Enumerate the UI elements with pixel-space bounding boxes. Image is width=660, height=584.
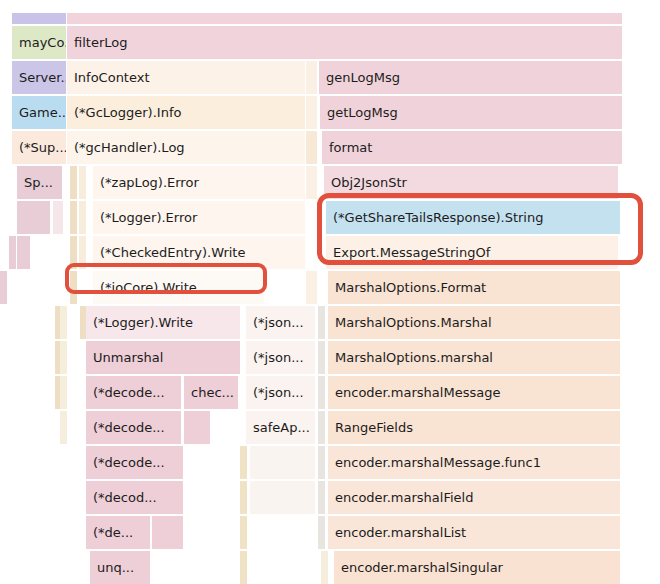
- flame-frame-sliver[interactable]: [318, 306, 325, 339]
- flame-frame-sliver[interactable]: [306, 166, 317, 199]
- flame-frame-sliver[interactable]: [306, 61, 317, 94]
- flame-cell-export-messagestringof[interactable]: Export.MessageStringOf: [326, 236, 618, 269]
- flame-cell-json[interactable]: (*json...: [246, 306, 315, 339]
- flame-frame-sliver[interactable]: [321, 551, 328, 584]
- flame-frame-sliver[interactable]: [60, 341, 67, 374]
- flame-cell-mayco[interactable]: mayCo...: [12, 26, 66, 59]
- flame-frame-sliver[interactable]: [318, 481, 325, 514]
- flame-cell-logger-write[interactable]: (*Logger).Write: [86, 306, 240, 339]
- flame-frame-sliver[interactable]: [240, 481, 247, 514]
- flame-frame-sliver[interactable]: [318, 376, 325, 409]
- flame-cell-unmarshal[interactable]: Unmarshal: [86, 341, 240, 374]
- flame-cell-filterlog[interactable]: filterLog: [67, 26, 622, 59]
- flame-cell-infocontext[interactable]: InfoContext: [67, 61, 305, 94]
- flame-frame-sliver[interactable]: [318, 516, 325, 549]
- flame-frame-sliver[interactable]: [250, 481, 315, 514]
- flame-cell-getlogmsg[interactable]: getLogMsg: [320, 96, 622, 129]
- flame-frame-sliver[interactable]: [9, 236, 16, 269]
- flame-frame-sliver[interactable]: [306, 271, 317, 304]
- flame-cell-getsharetailsresponse-string[interactable]: (*GetShareTailsResponse).String: [326, 201, 620, 234]
- flame-frame-sliver[interactable]: [53, 201, 63, 234]
- flame-cell-unq[interactable]: unq...: [90, 551, 150, 584]
- flame-frame-sliver[interactable]: [240, 516, 247, 549]
- flame-frame-sliver[interactable]: [79, 166, 86, 199]
- flame-cell-server[interactable]: Server...: [12, 61, 66, 94]
- flame-frame-sliver[interactable]: [306, 96, 317, 129]
- flame-cell-json[interactable]: (*json...: [246, 376, 315, 409]
- flame-frame-sliver[interactable]: [306, 131, 317, 164]
- flame-cell-decode[interactable]: (*decode...: [86, 376, 181, 409]
- flame-frame-sliver[interactable]: [70, 201, 77, 234]
- flame-frame-sliver[interactable]: [318, 341, 325, 374]
- flame-frame-sliver[interactable]: [60, 376, 67, 409]
- flame-frame-sliver[interactable]: [318, 411, 325, 444]
- flame-cell-obj2jsonstr[interactable]: Obj2JsonStr: [324, 166, 618, 199]
- flame-cell-decode[interactable]: (*decode...: [86, 411, 181, 444]
- flame-frame-sliver[interactable]: [318, 446, 325, 479]
- flame-cell-safeap[interactable]: safeAp...: [246, 411, 315, 444]
- flame-cell-rangefields[interactable]: RangeFields: [328, 411, 620, 444]
- flame-frame-sliver[interactable]: [240, 551, 247, 584]
- flame-frame-sliver[interactable]: [60, 411, 67, 444]
- flame-frame-sliver[interactable]: [250, 446, 315, 479]
- flame-cell-gchandler-log[interactable]: (*gcHandler).Log: [67, 131, 305, 164]
- flame-cell-encoder-marshalmessage-func1[interactable]: encoder.marshalMessage.func1: [328, 446, 620, 479]
- flame-frame-sliver[interactable]: [70, 166, 77, 199]
- flame-frame-sliver[interactable]: [60, 306, 67, 339]
- flame-cell-encoder-marshallist[interactable]: encoder.marshalList: [328, 516, 620, 549]
- flame-frame-sliver[interactable]: [67, 13, 622, 24]
- flame-cell-logger-error[interactable]: (*Logger).Error: [93, 201, 305, 234]
- flame-cell-encoder-marshalfield[interactable]: encoder.marshalField: [328, 481, 620, 514]
- flame-cell-marshaloptions-marshal[interactable]: MarshalOptions.marshal: [328, 341, 620, 374]
- flame-frame-sliver[interactable]: [12, 13, 66, 24]
- flame-frame-sliver[interactable]: [152, 516, 183, 549]
- flame-frame-sliver[interactable]: [0, 271, 7, 304]
- flame-frame-sliver[interactable]: [240, 446, 247, 479]
- flame-frame-sliver[interactable]: [79, 236, 86, 269]
- flame-cell-decod[interactable]: (*decod...: [86, 481, 183, 514]
- flame-frame-sliver[interactable]: [184, 411, 210, 444]
- flame-cell-game[interactable]: Game...: [12, 96, 66, 129]
- flame-cell-sup[interactable]: (*Sup...: [12, 131, 66, 164]
- flame-cell-checkedentry-write[interactable]: (*CheckedEntry).Write: [93, 236, 305, 269]
- flame-frame-sliver[interactable]: [70, 271, 77, 304]
- flame-cell-gclogger-info[interactable]: (*GcLogger).Info: [67, 96, 305, 129]
- flame-cell-sp[interactable]: Sp...: [17, 166, 62, 199]
- flame-cell-json[interactable]: (*json...: [246, 341, 315, 374]
- flame-cell-encoder-marshalsingular[interactable]: encoder.marshalSingular: [334, 551, 620, 584]
- flame-frame-sliver[interactable]: [70, 236, 77, 269]
- flame-cell-marshaloptions-format[interactable]: MarshalOptions.Format: [328, 271, 620, 304]
- flame-frame-sliver[interactable]: [17, 236, 30, 269]
- flame-cell-zaplog-error[interactable]: (*zapLog).Error: [93, 166, 305, 199]
- flame-cell-marshaloptions-marshal[interactable]: MarshalOptions.Marshal: [328, 306, 620, 339]
- flame-cell-iocore-write[interactable]: (*ioCore).Write: [93, 271, 264, 304]
- flame-frame-sliver[interactable]: [17, 201, 50, 234]
- flame-cell-decode[interactable]: (*decode...: [86, 446, 183, 479]
- flame-cell-encoder-marshalmessage[interactable]: encoder.marshalMessage: [328, 376, 620, 409]
- flamegraph-canvas: mayCo...filterLogServer...InfoContextgen…: [0, 0, 660, 584]
- flame-cell-chec[interactable]: chec...: [184, 376, 238, 409]
- flame-cell-genlogmsg[interactable]: genLogMsg: [319, 61, 622, 94]
- flame-cell-de[interactable]: (*de...: [86, 516, 150, 549]
- flame-frame-sliver[interactable]: [79, 201, 86, 234]
- flame-cell-format[interactable]: format: [322, 131, 622, 164]
